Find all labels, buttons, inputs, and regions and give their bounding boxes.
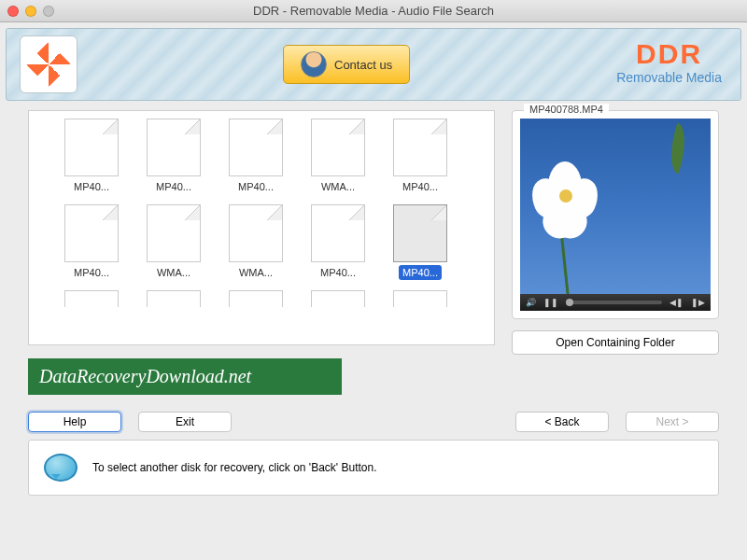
file-item[interactable]: WMA... xyxy=(302,119,374,197)
file-icon xyxy=(229,290,283,307)
file-icon xyxy=(311,119,365,176)
logo-icon xyxy=(26,42,71,87)
file-icon xyxy=(393,119,447,176)
file-grid: MP40...MP40...MP40...WMA...MP40...MP40..… xyxy=(55,119,486,307)
file-item[interactable]: WMA... xyxy=(219,204,292,283)
file-icon xyxy=(311,204,365,262)
volume-icon[interactable]: 🔊 xyxy=(526,298,536,307)
main-area: MP40...MP40...MP40...WMA...MP40...MP40..… xyxy=(0,106,747,355)
next-button[interactable]: Next > xyxy=(626,412,719,432)
file-item[interactable]: MP40... xyxy=(55,119,128,197)
file-icon xyxy=(311,290,365,307)
contact-us-button[interactable]: Contact us xyxy=(283,45,410,84)
file-label: MP40... xyxy=(152,179,195,194)
file-icon xyxy=(64,204,119,262)
file-label: WMA... xyxy=(153,265,194,280)
next-icon[interactable]: ❚▶ xyxy=(691,298,705,307)
file-icon xyxy=(64,290,119,307)
prev-icon[interactable]: ◀❚ xyxy=(669,298,684,307)
brand-subtitle: Removable Media xyxy=(616,70,722,85)
pause-icon[interactable]: ❚❚ xyxy=(543,298,558,307)
nav-row: Help Exit < Back Next > xyxy=(0,395,747,438)
watermark-banner: DataRecoveryDownload.net xyxy=(28,358,342,395)
preview-image xyxy=(520,119,711,294)
window-controls xyxy=(7,6,54,17)
zoom-icon xyxy=(43,6,54,17)
file-icon xyxy=(64,119,119,176)
app-logo xyxy=(20,35,78,93)
speech-bubble-icon xyxy=(44,454,78,482)
file-icon xyxy=(229,204,283,262)
exit-button[interactable]: Exit xyxy=(138,412,232,432)
file-item[interactable] xyxy=(302,290,374,307)
file-label: WMA... xyxy=(317,179,359,194)
file-item[interactable]: MP40... xyxy=(55,204,128,283)
file-item[interactable] xyxy=(219,290,292,307)
hint-box: To select another disk for recovery, cli… xyxy=(28,440,719,496)
titlebar: DDR - Removable Media - Audio File Searc… xyxy=(0,0,747,22)
file-item[interactable] xyxy=(55,290,128,307)
file-icon xyxy=(229,119,283,176)
file-list-panel: MP40...MP40...MP40...WMA...MP40...MP40..… xyxy=(28,110,495,345)
file-item[interactable] xyxy=(384,290,457,307)
file-item[interactable]: MP40... xyxy=(384,119,457,197)
preview-group: MP400788.MP4 🔊 ❚❚ ◀❚ ❚▶ xyxy=(512,110,719,319)
close-icon[interactable] xyxy=(7,6,19,17)
open-containing-folder-button[interactable]: Open Containing Folder xyxy=(512,330,719,355)
file-icon xyxy=(393,204,447,262)
hint-text: To select another disk for recovery, cli… xyxy=(92,461,377,474)
file-label: MP40... xyxy=(234,179,277,194)
file-item[interactable]: MP40... xyxy=(384,204,457,283)
help-button[interactable]: Help xyxy=(28,412,121,432)
file-item[interactable]: MP40... xyxy=(302,204,374,283)
file-item[interactable]: WMA... xyxy=(137,204,210,283)
leaf-shape xyxy=(662,122,693,174)
person-icon xyxy=(301,51,327,77)
file-label: MP40... xyxy=(399,265,442,280)
file-item[interactable]: MP40... xyxy=(137,119,210,197)
brand-title: DDR xyxy=(616,38,722,70)
file-label: MP40... xyxy=(70,265,113,280)
back-button[interactable]: < Back xyxy=(515,412,609,432)
file-label: MP40... xyxy=(70,179,113,194)
media-controls[interactable]: 🔊 ❚❚ ◀❚ ❚▶ xyxy=(520,294,711,311)
file-icon xyxy=(147,204,201,262)
window-title: DDR - Removable Media - Audio File Searc… xyxy=(253,4,494,18)
preview-filename: MP400788.MP4 xyxy=(524,104,609,115)
file-label: MP40... xyxy=(399,179,442,194)
file-label: MP40... xyxy=(317,265,359,280)
preview-panel: MP400788.MP4 🔊 ❚❚ ◀❚ ❚▶ Open Containing … xyxy=(512,110,719,355)
brand-block: DDR Removable Media xyxy=(616,38,722,85)
minimize-icon[interactable] xyxy=(25,6,36,17)
file-icon xyxy=(147,290,201,307)
header-banner: Contact us DDR Removable Media xyxy=(6,28,741,101)
file-item[interactable]: MP40... xyxy=(219,119,292,197)
file-icon xyxy=(393,290,447,307)
file-icon xyxy=(147,119,201,176)
contact-label: Contact us xyxy=(334,58,392,72)
file-item[interactable] xyxy=(137,290,210,307)
progress-bar[interactable] xyxy=(566,301,662,304)
file-label: WMA... xyxy=(235,265,276,280)
